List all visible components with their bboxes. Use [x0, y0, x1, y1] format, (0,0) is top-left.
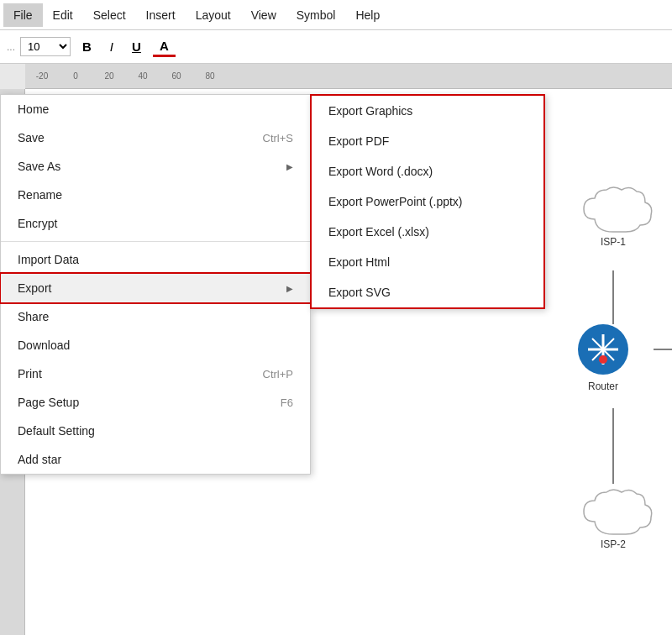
file-dropdown-menu: Home Save Ctrl+S Save As Rename Encrypt … [0, 94, 311, 475]
export-excel[interactable]: Export Excel (.xlsx) [312, 217, 543, 247]
bold-button[interactable]: B [76, 38, 98, 55]
menu-symbol[interactable]: Symbol [286, 3, 346, 27]
menu-file[interactable]: File [3, 3, 43, 27]
menu-item-rename[interactable]: Rename [1, 181, 310, 209]
menu-select[interactable]: Select [83, 3, 136, 27]
menu-item-add-star[interactable]: Add star [1, 445, 310, 474]
menu-layout[interactable]: Layout [186, 3, 241, 27]
menu-item-home[interactable]: Home [1, 95, 310, 123]
menu-help[interactable]: Help [345, 3, 390, 27]
svg-text:ISP-1: ISP-1 [601, 236, 626, 248]
ruler-mark: 0 [59, 71, 92, 81]
export-html[interactable]: Export Html [312, 247, 543, 277]
network-diagram: ISP-1 Router [538, 156, 672, 627]
export-svg[interactable]: Export SVG [312, 277, 543, 307]
menu-item-save-as[interactable]: Save As [1, 152, 310, 181]
menu-separator [1, 241, 310, 242]
export-graphics[interactable]: Export Graphics [312, 96, 543, 126]
ruler-horizontal: -20 0 20 40 60 80 [25, 64, 672, 89]
export-pdf[interactable]: Export PDF [312, 126, 543, 156]
ruler-mark: -20 [25, 71, 59, 81]
toolbar: ... 10 12 14 16 B I U A [0, 30, 672, 64]
export-submenu: Export Graphics Export PDF Export Word (… [310, 94, 545, 309]
menu-item-download[interactable]: Download [1, 331, 310, 359]
menu-item-import-data[interactable]: Import Data [1, 245, 310, 274]
underline-button[interactable]: U [125, 38, 148, 55]
svg-point-6 [599, 355, 607, 364]
menu-item-page-setup[interactable]: Page Setup F6 [1, 388, 310, 417]
menu-item-print[interactable]: Print Ctrl+P [1, 359, 310, 388]
ruler-mark: 80 [193, 71, 227, 81]
font-color-button[interactable]: A [153, 37, 176, 57]
ruler-mark: 60 [160, 71, 193, 81]
menu-insert[interactable]: Insert [136, 3, 186, 27]
menu-item-default-setting[interactable]: Default Setting [1, 417, 310, 445]
italic-button[interactable]: I [103, 38, 120, 55]
main-area: -20 0 20 40 60 80 20 40 60 80 100 Cisco … [0, 64, 672, 635]
ruler-mark: 20 [92, 71, 126, 81]
menu-item-export[interactable]: Export [1, 274, 310, 302]
export-powerpoint[interactable]: Export PowerPoint (.pptx) [312, 186, 543, 217]
menu-view[interactable]: View [241, 3, 286, 27]
menu-item-save[interactable]: Save Ctrl+S [1, 123, 310, 152]
menu-edit[interactable]: Edit [43, 3, 83, 27]
svg-text:Router: Router [588, 380, 618, 392]
menu-item-encrypt[interactable]: Encrypt [1, 209, 310, 238]
menu-bar: File Edit Select Insert Layout View Symb… [0, 0, 672, 30]
export-word[interactable]: Export Word (.docx) [312, 156, 543, 186]
menu-item-share[interactable]: Share [1, 302, 310, 331]
ruler-mark: 40 [126, 71, 160, 81]
svg-text:ISP-2: ISP-2 [601, 538, 626, 550]
font-size-select[interactable]: 10 12 14 16 [20, 37, 71, 56]
